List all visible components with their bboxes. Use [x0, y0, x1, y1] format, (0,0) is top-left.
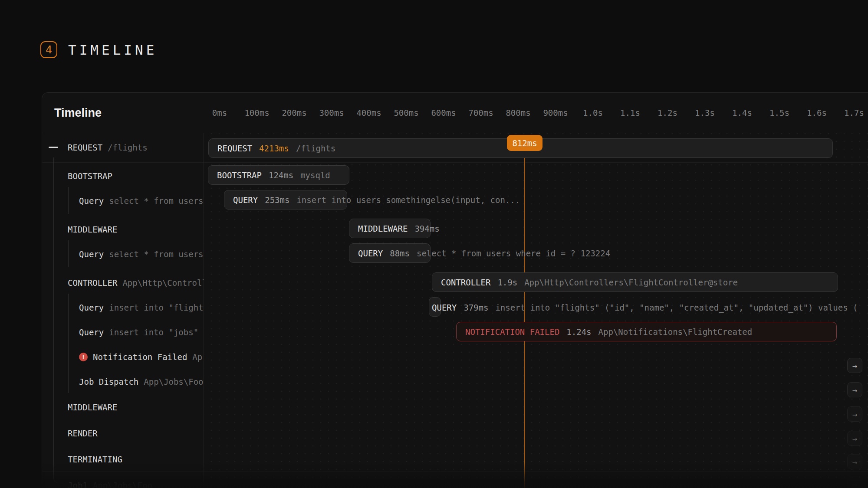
timeline-bar-query[interactable]: QUERY88msselect * from users where id = …: [349, 243, 431, 263]
tree-row-query[interactable]: Queryinsert into "flights": [42, 299, 204, 316]
bar-name: REQUEST: [217, 144, 252, 153]
tree-row-label: CONTROLLER: [68, 278, 117, 288]
scroll-to-bar-arrow-button[interactable]: →: [847, 382, 862, 397]
tree-row-detail: Ap: [192, 352, 202, 362]
tree-row-notification-failed[interactable]: !Notification FailedAp: [42, 348, 204, 366]
tree-row-job-dispatch[interactable]: Job DispatchApp\Jobs\Foo: [42, 373, 204, 390]
scroll-to-bar-arrow-button[interactable]: →: [847, 431, 862, 446]
panel-body: 812ms REQUEST/flightsBOOTSTRAPQueryselec…: [42, 133, 868, 488]
axis-tick-label: 1.4s: [732, 108, 752, 118]
tree-row-job1[interactable]: Job1App\Jobs\Foo: [42, 477, 204, 488]
bar-label: CONTROLLER1.9sApp\Http\Controllers\Fligh…: [441, 278, 738, 287]
bar-duration: 124ms: [269, 170, 293, 180]
tree-row-detail: insert into "flights": [109, 303, 204, 312]
tree-row-label: MIDDLEWARE: [68, 225, 117, 234]
playhead-line: [524, 151, 525, 488]
bar-label: QUERY88msselect * from users where id = …: [358, 249, 610, 258]
bar-duration: 4213ms: [259, 144, 289, 153]
timeline-bar-query[interactable]: QUERY253msinsert into users_somethingels…: [224, 190, 347, 210]
axis-tick-label: 300ms: [319, 108, 344, 118]
bar-label: QUERY379msinsert into "flights" ("id", "…: [432, 298, 858, 317]
tree-row-label: MIDDLEWARE: [68, 403, 117, 412]
axis-tick-label: 900ms: [543, 108, 568, 118]
scroll-to-bar-arrow-button[interactable]: →: [847, 454, 862, 469]
scroll-to-bar-arrow-button[interactable]: →: [847, 358, 862, 373]
axis-tick-label: 1.6s: [807, 108, 827, 118]
bar-detail: select * from users where id = ? 123224: [417, 249, 610, 258]
axis-tick-label: 1.2s: [658, 108, 677, 118]
tree-row-middleware[interactable]: MIDDLEWARE: [42, 221, 204, 238]
bar-detail: /flights: [296, 144, 336, 153]
tree-row-query[interactable]: Queryselect * from users w: [42, 192, 204, 210]
tree-row-detail: select * from users w: [109, 196, 204, 206]
tree-row-label: RENDER: [68, 429, 98, 438]
bar-detail: mysqld: [300, 170, 330, 180]
page-title: TIMELINE: [68, 41, 157, 58]
bar-name: QUERY: [432, 303, 457, 312]
axis-tick-label: 0ms: [212, 108, 227, 118]
axis-tick-label: 1.1s: [620, 108, 640, 118]
bar-name: QUERY: [233, 195, 258, 205]
tree-row-label: Query: [79, 196, 104, 206]
axis-tick-label: 1.5s: [769, 108, 789, 118]
axis-tick-label: 500ms: [394, 108, 418, 118]
bar-detail: insert into "flights" ("id", "name", "cr…: [495, 303, 858, 312]
timeline-bar-notification-failed[interactable]: NOTIFICATION FAILED1.24sApp\Notification…: [456, 322, 837, 341]
bar-label: NOTIFICATION FAILED1.24sApp\Notification…: [465, 327, 752, 337]
bar-detail: insert into users_somethingelse(input, c…: [296, 195, 520, 205]
scroll-to-bar-arrow-button[interactable]: →: [847, 406, 862, 422]
bar-duration: 1.9s: [497, 278, 517, 287]
panel-header: Timeline 0ms100ms200ms300ms400ms500ms600…: [42, 93, 868, 133]
scroll-to-bar-arrow-button[interactable]: →: [847, 476, 862, 488]
tree-row-detail: App\Http\Controlle: [122, 278, 204, 288]
tree-row-query[interactable]: Queryinsert into "jobs" (: [42, 324, 204, 341]
bar-label: BOOTSTRAP124msmysqld: [217, 170, 330, 180]
tree-row-label: Query: [79, 303, 104, 312]
bar-name: MIDDLEWARE: [358, 224, 408, 233]
axis-tick-label: 800ms: [506, 108, 530, 118]
bar-label: REQUEST4213ms/flights: [217, 144, 335, 153]
bar-duration: 394ms: [414, 224, 439, 233]
tree-row-label: TERMINATING: [68, 455, 122, 464]
tree-row-middleware[interactable]: MIDDLEWARE: [42, 399, 204, 416]
bar-duration: 379ms: [464, 303, 488, 312]
axis-tick-label: 400ms: [356, 108, 381, 118]
bar-duration: 88ms: [390, 249, 410, 258]
bar-label: MIDDLEWARE394ms: [358, 224, 440, 233]
tree-row-label: BOOTSTRAP: [68, 171, 112, 181]
axis-tick-label: 200ms: [282, 108, 306, 118]
span-tree: REQUEST/flightsBOOTSTRAPQueryselect * fr…: [42, 133, 204, 488]
tree-row-terminating[interactable]: TERMINATING: [42, 451, 204, 468]
axis-tick-label: 100ms: [244, 108, 269, 118]
tree-row-detail: App\Jobs\Foo: [144, 377, 203, 386]
axis-tick-label: 1.3s: [695, 108, 715, 118]
tree-row-request[interactable]: REQUEST/flights: [42, 139, 204, 156]
tree-row-detail: App\Jobs\Foo: [93, 481, 152, 488]
timeline-bar-controller[interactable]: CONTROLLER1.9sApp\Http\Controllers\Fligh…: [432, 272, 838, 292]
timeline-bar-query[interactable]: QUERY379msinsert into "flights" ("id", "…: [429, 297, 441, 317]
bar-label: QUERY253msinsert into users_somethingels…: [233, 195, 520, 205]
time-axis: 0ms100ms200ms300ms400ms500ms600ms700ms80…: [42, 93, 868, 133]
tree-row-label: Notification Failed: [93, 352, 187, 362]
axis-tick-label: 600ms: [431, 108, 456, 118]
tree-row-query[interactable]: Queryselect * from users w: [42, 246, 204, 263]
tree-row-controller[interactable]: CONTROLLERApp\Http\Controlle: [42, 274, 204, 291]
step-number-badge: 4: [40, 41, 57, 58]
tree-row-bootstrap[interactable]: BOOTSTRAP: [42, 167, 204, 185]
timeline-bar-bootstrap[interactable]: BOOTSTRAP124msmysqld: [208, 165, 349, 185]
axis-tick-label: 700ms: [468, 108, 493, 118]
bar-detail: App\Http\Controllers\FlightController@st…: [524, 278, 738, 287]
timeline-panel: Timeline 0ms100ms200ms300ms400ms500ms600…: [42, 92, 868, 488]
timeline-bar-middleware[interactable]: MIDDLEWARE394ms: [349, 219, 431, 238]
tree-row-label: Job Dispatch: [79, 377, 138, 386]
playhead-badge[interactable]: 812ms: [507, 135, 542, 151]
tree-row-detail: /flights: [108, 143, 148, 152]
collapse-dash-icon[interactable]: [49, 147, 58, 148]
bar-duration: 1.24s: [566, 327, 591, 337]
axis-tick-label: 1.0s: [583, 108, 603, 118]
bar-duration: 253ms: [265, 195, 289, 205]
bar-detail: App\Notifications\FlightCreated: [598, 327, 753, 337]
tree-row-label: REQUEST: [68, 143, 102, 152]
tree-row-render[interactable]: RENDER: [42, 425, 204, 442]
error-icon: !: [79, 353, 88, 361]
